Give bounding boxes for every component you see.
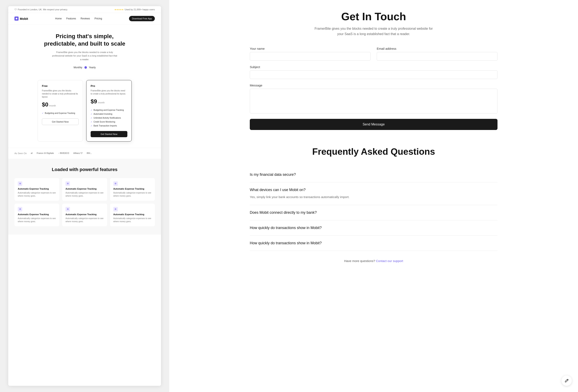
feature-desc-3: Automatically categorize expenses to see… — [113, 191, 151, 197]
faq-contact-link[interactable]: Contact our support — [376, 259, 403, 263]
feature-desc-6: Automatically categorize expenses to see… — [113, 217, 151, 223]
feature-desc-1: Automatically categorize expenses to see… — [18, 191, 56, 197]
free-feature-1: Budgeting and Expense Tracking — [42, 111, 79, 115]
brand-allianz: Allianz 🛡 — [73, 152, 83, 154]
faq-footer: Have more questions? Contact our support — [250, 259, 497, 263]
features-title: Loaded with powerful features — [14, 167, 155, 172]
contact-form: Your name Email address Subject Message — [250, 47, 497, 130]
faq-title: Frequently Asked Questions — [250, 146, 497, 157]
feature-desc-2: Automatically categorize expenses to see… — [65, 191, 104, 197]
message-textarea[interactable] — [250, 89, 497, 113]
form-row-name-email: Your name Email address — [250, 47, 497, 61]
pro-feature-5: Bank Transaction Imports — [91, 124, 127, 128]
form-row-message: Message — [250, 84, 497, 113]
feature-title-4: Automatic Expense Tracking — [18, 213, 56, 216]
feature-title-5: Automatic Expense Tracking — [65, 213, 104, 216]
faq-section: Frequently Asked Questions Is my financi… — [250, 146, 497, 263]
form-group-subject: Subject — [250, 65, 497, 79]
form-row-subject: Subject — [250, 65, 497, 79]
website-mockup: 🛡 Founded in London, UK. We respect your… — [8, 6, 161, 386]
feature-icon-3: ⊕ — [113, 181, 118, 186]
feature-card-3: ⊕ Automatic Expense Tracking Automatical… — [110, 178, 155, 201]
features-grid: ⊕ Automatic Expense Tracking Automatical… — [14, 178, 155, 226]
free-feature-list: Budgeting and Expense Tracking — [42, 111, 79, 115]
topbar-left-text: Founded in London, UK. We respect your p… — [18, 8, 68, 11]
pro-feature-1: Budgeting and Expense Tracking — [91, 108, 127, 112]
faq-question-3[interactable]: Does Mobit connect directly to my bank? — [250, 211, 497, 215]
feature-title-1: Automatic Expense Tracking — [18, 187, 56, 190]
faq-footer-text: Have more questions? — [344, 259, 375, 263]
subject-input[interactable] — [250, 70, 497, 79]
contact-section: Get In Touch FramerBite gives you the bl… — [208, 10, 539, 130]
top-bar: 🛡 Founded in London, UK. We respect your… — [8, 6, 161, 13]
logo-icon — [14, 16, 19, 21]
feature-card-6: ⊕ Automatic Expense Tracking Automatical… — [110, 204, 155, 226]
feature-icon-1: ⊕ — [18, 181, 22, 186]
pro-price-period: /month — [98, 101, 105, 104]
faq-item-3: Does Mobit connect directly to my bank? — [250, 205, 497, 220]
pricing-section: Free FramerBite gives you the blocks nee… — [8, 80, 161, 148]
faq-question-2[interactable]: What devices can I use Mobit on? — [250, 188, 497, 192]
edit-icon-button[interactable] — [562, 376, 572, 386]
features-section: Loaded with powerful features ⊕ Automati… — [8, 159, 161, 235]
download-btn[interactable]: Download Free App — [129, 16, 155, 21]
feature-icon-5: ⊕ — [65, 207, 70, 212]
billing-yearly[interactable]: Yearly — [89, 66, 96, 69]
billing-toggle: Monthly Yearly — [14, 66, 155, 69]
faq-item-1: Is my financial data secure? — [250, 167, 497, 182]
free-plan-desc: FramerBite gives you the blocks needed t… — [42, 89, 79, 98]
email-label: Email address — [377, 47, 497, 50]
pro-feature-2: Automated Investing — [91, 112, 127, 116]
nav-links: Home Features Reviews Pricing — [55, 17, 102, 20]
nav-home[interactable]: Home — [55, 17, 62, 20]
svg-point-0 — [16, 18, 17, 19]
free-price-amount: $0 — [42, 101, 48, 108]
form-group-message: Message — [250, 84, 497, 113]
faq-item-2: What devices can I use Mobit on? Yes, si… — [250, 182, 497, 205]
name-input[interactable] — [250, 52, 371, 61]
feature-desc-4: Automatically categorize expenses to see… — [18, 217, 56, 223]
feature-card-1: ⊕ Automatic Expense Tracking Automatical… — [14, 178, 59, 201]
logo: Mobit — [14, 16, 28, 21]
hero-section: Pricing that's simple,predictable, and b… — [8, 24, 161, 80]
hero-description: FramerBite gives you the blocks needed t… — [52, 50, 118, 61]
send-message-button[interactable]: Send Message — [250, 119, 497, 130]
free-plan-card: Free FramerBite gives you the blocks nee… — [38, 80, 83, 141]
topbar-right-text: Used by 21,000+ happy users — [125, 8, 155, 11]
free-plan-title: Free — [42, 84, 79, 87]
faq-question-5[interactable]: How quickly do transactions show in Mobi… — [250, 241, 497, 245]
brand-al: al — [31, 152, 32, 154]
navbar: Mobit Home Features Reviews Pricing Down… — [8, 13, 161, 24]
left-panel: 🛡 Founded in London, UK. We respect your… — [0, 0, 169, 392]
pro-feature-list: Budgeting and Expense Tracking Automated… — [91, 108, 127, 128]
nav-reviews[interactable]: Reviews — [81, 17, 90, 20]
form-group-email: Email address — [377, 47, 497, 61]
right-panel: Get In Touch FramerBite gives you the bl… — [169, 0, 578, 392]
email-input[interactable] — [377, 52, 497, 61]
faq-item-5: How quickly do transactions show in Mobi… — [250, 236, 497, 251]
feature-title-6: Automatic Expense Tracking — [113, 213, 151, 216]
billing-monthly[interactable]: Monthly — [74, 66, 82, 69]
logo-text: Mobit — [20, 17, 28, 20]
pro-price: $9 /month — [91, 98, 127, 105]
nav-features[interactable]: Features — [66, 17, 76, 20]
as-seen-on-section: As Seen On al France ② Digitale ○ INVESC… — [8, 148, 161, 159]
toggle-dot[interactable] — [84, 66, 87, 69]
feature-icon-6: ⊕ — [113, 207, 118, 212]
pro-plan-title: Pro — [91, 84, 127, 87]
feature-title-3: Automatic Expense Tracking — [113, 187, 151, 190]
faq-question-1[interactable]: Is my financial data secure? — [250, 173, 497, 177]
subject-label: Subject — [250, 65, 497, 69]
pro-feature-4: Credit Score Monitoring — [91, 120, 127, 124]
top-bar-right: ★★★★★ Used by 21,000+ happy users — [114, 8, 155, 11]
hero-title: Pricing that's simple,predictable, and b… — [14, 33, 155, 48]
feature-card-4: ⊕ Automatic Expense Tracking Automatical… — [14, 204, 59, 226]
faq-item-4: How quickly do transactions show in Mobi… — [250, 220, 497, 236]
faq-answer-2: Yes, simply link your bank accounts so t… — [250, 195, 497, 200]
faq-question-4[interactable]: How quickly do transactions show in Mobi… — [250, 226, 497, 230]
nav-pricing[interactable]: Pricing — [95, 17, 102, 20]
pro-cta-button[interactable]: Get Started Now — [91, 131, 127, 137]
free-price-period: /month — [49, 104, 56, 107]
free-cta-button[interactable]: Get Started Now — [42, 118, 79, 125]
feature-card-5: ⊕ Automatic Expense Tracking Automatical… — [62, 204, 107, 226]
